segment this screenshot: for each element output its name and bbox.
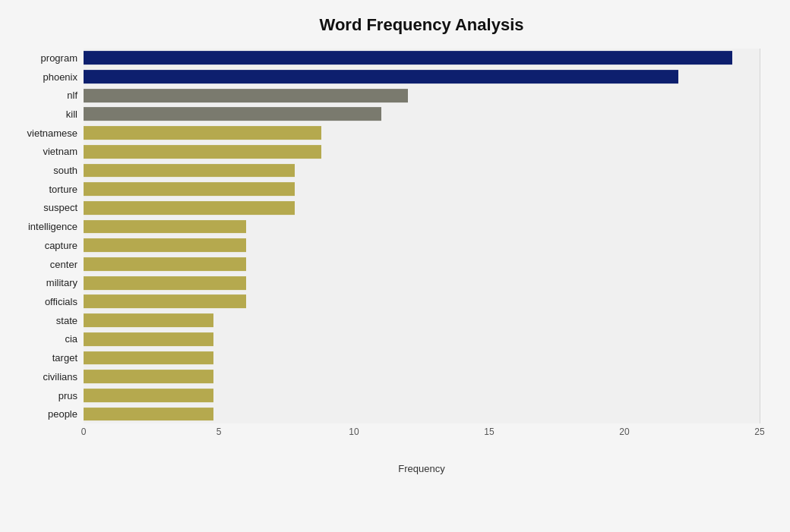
bar-background	[84, 217, 760, 236]
bar-label: center	[11, 259, 84, 270]
bar-background	[84, 86, 760, 105]
bar-label: vietnamese	[11, 127, 84, 139]
bar-fill	[84, 51, 732, 65]
bar-row: kill	[84, 105, 760, 124]
bar-background	[84, 161, 760, 180]
bar-row: center	[84, 255, 760, 274]
x-tick: 10	[349, 427, 359, 437]
bar-label: people	[11, 408, 84, 420]
bar-background	[84, 367, 760, 386]
bar-background	[84, 405, 760, 423]
bar-label: civilians	[11, 371, 84, 382]
bar-label: suspect	[11, 202, 84, 213]
bar-label: nlf	[11, 90, 84, 101]
bar-background	[84, 311, 760, 330]
x-tick: 25	[754, 427, 764, 437]
bar-background	[84, 330, 760, 349]
bar-row: intelligence	[84, 217, 760, 236]
bar-label: prus	[11, 390, 84, 401]
bar-background	[84, 348, 760, 367]
bar-background	[84, 124, 760, 143]
bar-background	[84, 273, 760, 292]
bar-fill	[84, 182, 295, 196]
bar-fill	[84, 238, 246, 252]
x-axis-label: Frequency	[84, 463, 760, 474]
bar-label: cia	[11, 333, 84, 345]
chart-title: Word Frequency Analysis	[84, 15, 760, 35]
x-axis-container: 0510152025	[84, 423, 760, 446]
bar-row: suspect	[84, 199, 760, 218]
bar-background	[84, 143, 760, 162]
bar-row: people	[84, 405, 760, 423]
bar-label: state	[11, 315, 84, 326]
bar-background	[84, 68, 760, 87]
grid-line	[760, 49, 760, 423]
bar-fill	[84, 201, 295, 215]
bar-row: vietnamese	[84, 124, 760, 143]
bar-row: phoenix	[84, 68, 760, 87]
x-tick: 5	[216, 427, 222, 437]
x-tick: 0	[81, 427, 87, 437]
bar-fill	[84, 351, 213, 365]
bar-label: south	[11, 165, 84, 176]
bar-fill	[84, 257, 246, 271]
bar-label: military	[11, 277, 84, 288]
bar-fill	[84, 408, 213, 421]
bar-fill	[84, 370, 213, 383]
bar-background	[84, 236, 760, 255]
bar-fill	[84, 164, 295, 178]
bar-background	[84, 386, 760, 405]
bar-row: state	[84, 311, 760, 330]
bar-row: officials	[84, 292, 760, 311]
chart-area: programphoenixnlfkillvietnamesevietnamso…	[84, 49, 760, 474]
bar-background	[84, 255, 760, 274]
bar-label: officials	[11, 296, 84, 307]
bar-fill	[84, 220, 246, 234]
bar-label: torture	[11, 184, 84, 195]
bar-label: target	[11, 352, 84, 364]
bar-row: civilians	[84, 367, 760, 386]
bar-fill	[84, 276, 246, 290]
bar-background	[84, 180, 760, 199]
bar-background	[84, 199, 760, 218]
bar-row: vietnam	[84, 143, 760, 162]
chart-container: Word Frequency Analysis programphoenixnl…	[0, 0, 790, 532]
bar-label: phoenix	[11, 71, 84, 83]
bar-row: torture	[84, 180, 760, 199]
bar-fill	[84, 108, 381, 121]
bar-background	[84, 292, 760, 311]
bar-row: nlf	[84, 86, 760, 105]
bar-fill	[84, 389, 213, 402]
bar-fill	[84, 295, 246, 309]
x-tick: 20	[619, 427, 629, 437]
bar-fill	[84, 70, 678, 83]
bar-label: intelligence	[11, 221, 84, 232]
bar-background	[84, 49, 760, 68]
bars-section: programphoenixnlfkillvietnamesevietnamso…	[84, 49, 760, 423]
bar-row: military	[84, 273, 760, 292]
bar-fill	[84, 332, 213, 346]
bar-label: capture	[11, 240, 84, 251]
bar-row: capture	[84, 236, 760, 255]
bar-fill	[84, 89, 408, 102]
bar-fill	[84, 313, 213, 327]
bar-row: prus	[84, 386, 760, 405]
bar-label: kill	[11, 109, 84, 120]
bar-row: program	[84, 49, 760, 68]
x-tick: 15	[484, 427, 494, 437]
bar-label: vietnam	[11, 146, 84, 157]
bar-row: south	[84, 161, 760, 180]
bar-row: cia	[84, 330, 760, 349]
bar-row: target	[84, 348, 760, 367]
bar-label: program	[11, 52, 84, 64]
bar-fill	[84, 145, 321, 159]
bar-fill	[84, 126, 321, 140]
bar-background	[84, 105, 760, 124]
